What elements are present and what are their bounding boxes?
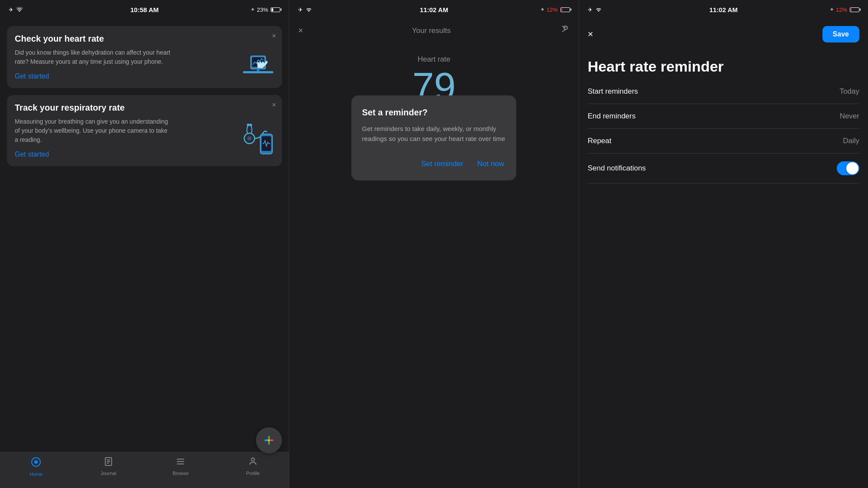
svg-rect-14	[268, 439, 270, 441]
set-reminder-btn[interactable]: Set reminder	[419, 156, 465, 172]
battery-percent-3: 12%	[836, 7, 847, 13]
nav-label-journal: Journal	[101, 471, 116, 476]
nav-label-profile: Profile	[246, 471, 259, 476]
heart-rate-label: Heart rate	[298, 55, 570, 64]
screen3-close-btn[interactable]: ×	[588, 29, 593, 40]
not-now-btn[interactable]: Not now	[475, 156, 506, 172]
status-time-3: 11:02 AM	[709, 6, 737, 13]
repeat-value: Daily	[843, 137, 859, 145]
screen3-title-area: Heart rate reminder	[579, 49, 868, 79]
repeat-row[interactable]: Repeat Daily	[588, 129, 859, 154]
wifi-icon-3	[595, 7, 602, 13]
right-status-icons-2: ⌖ 12%	[541, 6, 570, 13]
heart-rate-card-title: Check your heart rate	[15, 34, 274, 44]
start-reminders-label: Start reminders	[588, 87, 638, 96]
fab-button[interactable]	[256, 427, 282, 453]
profile-icon	[248, 457, 258, 469]
left-status-icons-2: ✈	[298, 7, 312, 13]
svg-point-25	[308, 11, 309, 12]
dialog-body: Get reminders to take daily, weekly, or …	[362, 124, 506, 144]
screen3-header: × Save	[579, 19, 868, 49]
heart-rate-card: × Check your heart rate Did you know thi…	[7, 26, 282, 88]
heart-rate-get-started[interactable]: Get started	[15, 72, 274, 80]
status-time-1: 10:58 AM	[131, 6, 159, 13]
battery-fill-1	[272, 8, 273, 11]
settings-list: Start reminders Today End reminders Neve…	[579, 79, 868, 183]
battery-icon-1	[271, 7, 280, 12]
svg-point-0	[19, 11, 20, 12]
nav-label-browse: Browse	[173, 471, 189, 476]
respiratory-rate-card: × Track your respiratory rate Measuring …	[7, 95, 282, 166]
location-icon-2: ⌖	[541, 6, 544, 13]
svg-point-6	[247, 136, 252, 141]
battery-icon-3	[850, 7, 859, 12]
status-time-2: 11:02 AM	[420, 6, 448, 13]
screen1: ✈ 10:58 AM ⌖ 23% × Check your heart ra	[0, 0, 289, 488]
location-icon-3: ⌖	[830, 6, 833, 13]
svg-point-10	[249, 124, 252, 126]
svg-rect-13	[270, 439, 273, 441]
start-reminders-value: Today	[840, 87, 859, 96]
location-icon: ⌖	[251, 6, 254, 13]
screen3: ✈ 11:02 AM ⌖ 12% × Save Heart rate remin…	[579, 0, 868, 488]
wifi-icon	[16, 7, 23, 13]
screen2: ✈ 11:02 AM ⌖ 12% × Your results	[289, 0, 579, 488]
left-status-icons: ✈	[9, 7, 23, 13]
airplane-icon-3: ✈	[588, 7, 593, 13]
status-bar-3: ✈ 11:02 AM ⌖ 12%	[579, 0, 868, 19]
dialog-actions: Set reminder Not now	[362, 156, 506, 172]
repeat-label: Repeat	[588, 137, 612, 145]
bottom-nav: Home Journal Browse	[0, 452, 289, 488]
svg-point-26	[598, 11, 599, 12]
airplane-icon-2: ✈	[298, 7, 303, 13]
notifications-row: Send notifications	[588, 154, 859, 183]
svg-rect-1	[243, 71, 273, 73]
screen3-title: Heart rate reminder	[588, 58, 859, 75]
battery-fill-3	[851, 8, 852, 11]
svg-point-24	[251, 458, 254, 461]
battery-fill-2	[561, 8, 562, 11]
screen2-title: Your results	[412, 26, 451, 35]
browse-icon	[176, 457, 185, 469]
respiratory-card-body: Measuring your breathing can give you an…	[15, 117, 170, 144]
right-status-icons-3: ⌖ 12%	[830, 6, 859, 13]
nav-label-home: Home	[30, 472, 43, 477]
journal-icon	[104, 457, 113, 469]
screen2-header: × Your results	[289, 19, 578, 42]
nav-item-home[interactable]: Home	[0, 457, 72, 477]
respiratory-illustration	[239, 121, 278, 162]
end-reminders-value: Never	[840, 112, 859, 121]
start-reminders-row[interactable]: Start reminders Today	[588, 79, 859, 104]
respiratory-get-started[interactable]: Get started	[15, 151, 274, 158]
svg-point-16	[34, 460, 38, 464]
respiratory-card-close[interactable]: ×	[272, 101, 276, 109]
screen2-close-btn[interactable]: ×	[298, 26, 303, 36]
status-bar-1: ✈ 10:58 AM ⌖ 23%	[0, 0, 289, 19]
airplane-icon: ✈	[9, 7, 13, 13]
svg-point-9	[247, 124, 249, 126]
nav-item-browse[interactable]: Browse	[144, 457, 217, 476]
battery-icon-2	[560, 7, 570, 12]
screen3-save-btn[interactable]: Save	[822, 26, 859, 43]
google-plus-icon	[263, 434, 275, 446]
heart-rate-card-body: Did you know things like dehydration can…	[15, 48, 170, 66]
heart-rate-illustration	[239, 43, 278, 84]
home-icon	[31, 457, 41, 470]
left-status-icons-3: ✈	[588, 7, 602, 13]
notifications-toggle[interactable]	[837, 161, 859, 175]
heart-rate-card-close[interactable]: ×	[272, 32, 276, 40]
svg-rect-4	[257, 69, 259, 71]
battery-percent-2: 12%	[547, 7, 558, 13]
screen1-content: × Check your heart rate Did you know thi…	[0, 19, 289, 452]
right-status-icons-1: ⌖ 23%	[251, 6, 280, 13]
nav-item-profile[interactable]: Profile	[217, 457, 289, 476]
wifi-icon-2	[305, 7, 312, 13]
status-bar-2: ✈ 11:02 AM ⌖ 12%	[289, 0, 578, 19]
toggle-thumb	[846, 162, 858, 174]
screen2-share-btn[interactable]	[560, 24, 570, 37]
end-reminders-row[interactable]: End reminders Never	[588, 104, 859, 129]
battery-percent-1: 23%	[257, 7, 268, 13]
end-reminders-label: End reminders	[588, 112, 636, 121]
nav-item-journal[interactable]: Journal	[72, 457, 145, 476]
reminder-dialog: Set a reminder? Get reminders to take da…	[351, 95, 516, 180]
